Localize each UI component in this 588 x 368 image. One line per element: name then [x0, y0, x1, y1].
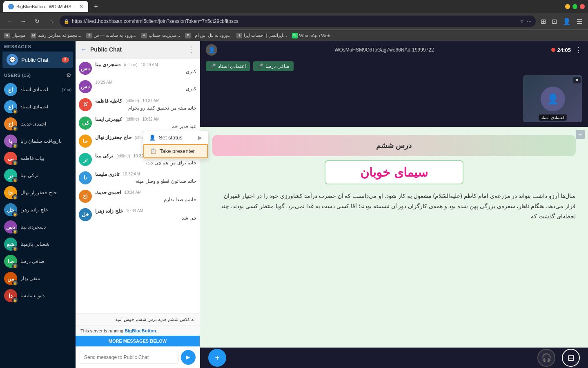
window-controls: — ▢ ✕ — [565, 4, 585, 9]
forward-button[interactable]: → — [18, 16, 29, 27]
profile-icon[interactable]: 👤 — [561, 17, 572, 26]
lesson-title-box: سیمای خوبان — [325, 160, 463, 184]
user-item[interactable]: با 🔒 بارویافت سلمان رایا — [0, 132, 76, 150]
audio-button[interactable]: 🎧 — [537, 349, 555, 367]
take-presenter-menu-item[interactable]: 📋 Take presenter — [143, 144, 208, 158]
window-maximize-button[interactable]: ▢ — [572, 4, 577, 9]
users-settings-icon[interactable]: ⚙ — [66, 72, 71, 79]
close-video-button[interactable]: ✕ — [573, 77, 581, 83]
message-avatar: کا — [79, 98, 92, 111]
bookmark-whatsapp[interactable]: W WhatsApp Web — [292, 33, 330, 38]
address-actions: ☆ ⋯ — [520, 18, 532, 24]
minimize-content-button[interactable]: − — [576, 130, 585, 139]
message-sender-name: کاظیه فاظمه — [95, 98, 122, 104]
user-item[interactable]: اع 🔒 اعتمادی استاد — [0, 98, 76, 115]
user-item[interactable]: من 🔒 منفی بهار — [0, 270, 76, 287]
add-action-button[interactable]: + — [208, 349, 226, 367]
chat-input[interactable] — [80, 351, 178, 364]
main-menu-icon[interactable]: ☰ — [575, 17, 584, 26]
bookmark-panel[interactable]: P ورود به پنل اس ام ا... — [185, 33, 232, 38]
user-item[interactable]: تر 🔒 ترکی بینا — [0, 167, 76, 184]
new-tab-button[interactable]: + — [91, 2, 101, 11]
mic-status-button-2[interactable]: 🎤 صافی درسا — [253, 61, 293, 71]
message-text: چی شد — [95, 215, 196, 222]
chat-back-button[interactable]: ← — [80, 46, 87, 53]
bookmark-modiriyat[interactable]: M مدیریت حساب... — [141, 33, 180, 38]
back-button[interactable]: ← — [4, 16, 15, 27]
refresh-button[interactable]: ↻ — [32, 16, 42, 27]
bookmark-favicon: P — [185, 33, 191, 38]
message-status: (offline) — [116, 154, 130, 158]
message-time: 10:31 AM — [143, 99, 160, 103]
user-item[interactable]: اع اعتمادی استاد (You) — [0, 81, 76, 98]
menu-dots-icon[interactable]: ⋯ — [527, 18, 532, 24]
toolbar-icons: ⊞ ⊡ 👤 ☰ — [539, 17, 584, 26]
mic-status-button-1[interactable]: 🎤 اعتمادی استاد — [206, 61, 250, 71]
user-item[interactable]: دس 🔒 دسجردی بینا — [0, 218, 76, 236]
message-header: کیومرثی ایسا (offline) 10:32 AM — [95, 117, 196, 122]
user-item[interactable]: صا 🔒 صافی درسا — [0, 253, 76, 270]
browser-titlebar: BigBlueButton - WOsMuHS... ✕ + — ▢ ✕ — [0, 0, 588, 13]
tab-close-button[interactable]: ✕ — [79, 4, 83, 9]
bookmark-hooshbaan[interactable]: H هوشبان — [4, 33, 26, 38]
chat-bottom-notice: به کلاس ششم هدیه درس ششم خوش آمید — [76, 313, 200, 325]
user-name: شعبانی پازمینا — [20, 241, 71, 247]
user-name: منفی بهار — [20, 276, 71, 281]
user-item[interactable]: حا 🔒 حاج جعفرزاز نهال — [0, 184, 76, 201]
message-sender-name: حاج جعفرزاز نهال — [95, 135, 131, 140]
user-name: حاج جعفرزاز نهال — [20, 190, 71, 195]
extensions-icon[interactable]: ⊞ — [539, 17, 548, 26]
user-name: خلج زاده زهرا — [20, 207, 71, 213]
message-time: 10:32 AM — [143, 117, 160, 121]
video-options-button[interactable]: ⋮ — [575, 45, 582, 54]
bookmark-label: هوشبان — [11, 33, 26, 38]
action-center-buttons: 🎧 ⊟ — [537, 349, 580, 367]
bookmark-label: ایرانسل | احساب ایرا... — [244, 33, 287, 38]
bookmark-star-icon[interactable]: ☆ — [520, 18, 524, 24]
chat-unread-badge: 2 — [62, 57, 69, 63]
main-area: 👤 WOsMuHSM9C6ToGag7we66NAd-19999722 24:0… — [200, 41, 588, 368]
user-item[interactable]: اح 🔒 احمدی حدیث — [0, 115, 76, 132]
user-item[interactable]: خل 🔒 خلج زاده زهرا — [0, 201, 76, 218]
user-avatar: خل 🔒 — [4, 203, 17, 216]
user-item[interactable]: بی 🔒 بیات فاطمه — [0, 150, 76, 167]
video-person-icon: 👤 — [541, 87, 565, 111]
browser-tab[interactable]: BigBlueButton - WOsMuHS... ✕ — [3, 1, 88, 12]
send-message-button[interactable]: ► — [181, 350, 196, 365]
user-item[interactable]: دا 🔒 دانو ء ملیسا — [0, 287, 76, 304]
screen-share-button[interactable]: ⊟ — [562, 349, 580, 367]
users-list: اع اعتمادی استاد (You) اع 🔒 اعتمادی استا… — [0, 80, 76, 368]
more-messages-button[interactable]: MORE MESSAGES BELOW — [76, 336, 200, 346]
window-minimize-button[interactable]: — — [565, 4, 570, 9]
home-button[interactable]: ⌂ — [46, 16, 56, 27]
window-close-button[interactable]: ✕ — [580, 4, 585, 9]
browser-chrome: BigBlueButton - WOsMuHS... ✕ + — ▢ ✕ ← →… — [0, 0, 588, 41]
message-text: عید قدیر خم — [95, 123, 196, 130]
bookmark-madares[interactable]: M مجموعه مدارس رشد... — [31, 33, 81, 38]
bbb-text-prefix: This server is running — [80, 328, 125, 333]
chat-messages: دس دسجردی بینا (offline) 10:29 AM کتری د… — [76, 58, 200, 313]
bookmark-label: مدیریت حساب... — [149, 33, 180, 38]
public-chat-label: Public Chat — [21, 57, 58, 63]
user-item[interactable]: شع 🔒 شعبانی پازمینا — [0, 236, 76, 253]
main-content: MESSAGES 💬 Public Chat 2 USERS (15) ⚙ اع… — [0, 41, 588, 368]
recording-indicator: 24:05 — [551, 47, 571, 53]
bookmark-label: WhatsApp Web — [299, 33, 330, 38]
message-body: دسجردی بینا (offline) 10:29 AM کتری — [95, 62, 196, 75]
messages-section-header: MESSAGES — [0, 41, 76, 51]
bookmark-samaneh[interactable]: S ورود به سامانه — س... — [86, 33, 136, 38]
bbb-link[interactable]: BigBlueButton — [125, 328, 156, 333]
public-chat-item[interactable]: 💬 Public Chat 2 — [2, 52, 73, 68]
bookmark-irancell[interactable]: I ایرانسل | احساب ایرا... — [236, 33, 287, 38]
address-bar[interactable]: 🔒 https://live1.hooshbaan.com/html5clien… — [60, 16, 536, 27]
bookmark-favicon: I — [236, 33, 242, 38]
message-sender-name: احمدی حدیث — [95, 190, 121, 195]
message-sender-name: ترکی بینا — [95, 153, 113, 159]
you-badge: (You) — [62, 88, 71, 92]
video-header: 👤 WOsMuHSM9C6ToGag7we66NAd-19999722 24:0… — [200, 41, 588, 59]
pocket-icon[interactable]: ⊡ — [550, 17, 559, 26]
user-avatar: بی 🔒 — [4, 152, 17, 165]
message-avatar: اح — [79, 190, 92, 203]
set-status-menu-item[interactable]: 👤 Set status ▶ — [143, 131, 208, 144]
chat-options-button[interactable]: ⋮ — [187, 45, 195, 54]
